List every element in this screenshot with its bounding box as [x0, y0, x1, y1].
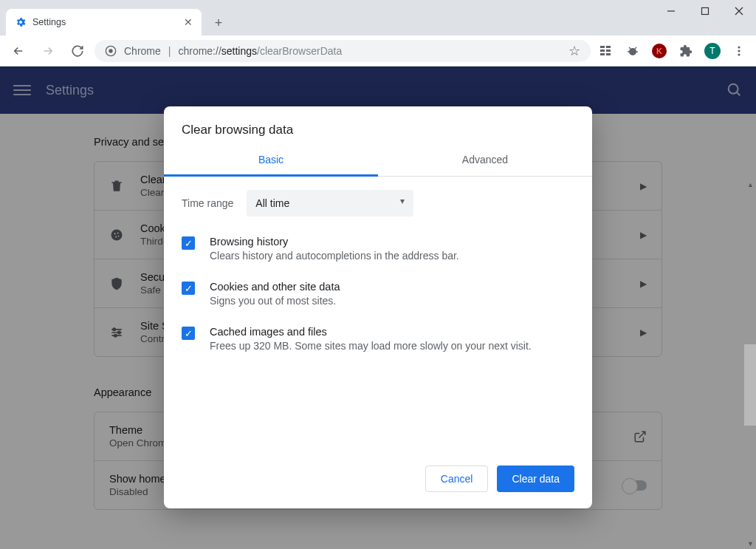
check-browsing-history[interactable]: ✓ Browsing historyClears history and aut…: [182, 236, 574, 262]
svg-rect-9: [606, 50, 611, 52]
window-minimize-button[interactable]: [654, 0, 688, 22]
checkbox-icon[interactable]: ✓: [182, 236, 195, 250]
clear-browsing-data-dialog: Clear browsing data Basic Advanced Time …: [164, 106, 592, 508]
svg-point-19: [738, 53, 740, 55]
omnibox-host: Chrome: [124, 45, 161, 57]
new-tab-button[interactable]: +: [207, 12, 230, 34]
back-button[interactable]: [6, 40, 31, 62]
forward-button[interactable]: [35, 40, 61, 62]
reload-button[interactable]: [65, 40, 90, 62]
scrollbar-up-icon[interactable]: ▲: [747, 181, 754, 188]
svg-line-15: [629, 47, 630, 49]
check-cached[interactable]: ✓ Cached images and filesFrees up 320 MB…: [182, 326, 574, 352]
window-close-button[interactable]: [722, 0, 756, 22]
svg-rect-11: [606, 53, 611, 55]
svg-rect-10: [600, 53, 605, 55]
extensions-puzzle-icon[interactable]: [675, 40, 697, 62]
bookmark-star-icon[interactable]: ☆: [568, 43, 580, 59]
scrollbar-thumb[interactable]: [744, 344, 756, 426]
window-maximize-button[interactable]: [688, 0, 722, 22]
scrollbar-down-icon[interactable]: ▼: [747, 540, 754, 548]
chrome-menu-icon[interactable]: [728, 40, 750, 62]
gear-icon: [15, 16, 27, 28]
svg-rect-1: [702, 8, 709, 15]
address-bar[interactable]: Chrome | chrome://settings/clearBrowserD…: [94, 40, 591, 62]
omnibox-url: chrome://settings/clearBrowserData: [178, 45, 342, 57]
close-tab-icon[interactable]: ✕: [184, 16, 193, 28]
dialog-title: Clear browsing data: [164, 106, 592, 146]
dialog-tabs: Basic Advanced: [164, 146, 592, 177]
svg-rect-7: [606, 46, 611, 48]
time-range-label: Time range: [182, 197, 233, 209]
time-range-select[interactable]: All time: [247, 190, 413, 216]
tab-title: Settings: [32, 17, 178, 27]
svg-rect-6: [600, 46, 605, 48]
checkbox-icon[interactable]: ✓: [182, 327, 195, 340]
profile-avatar[interactable]: T: [701, 40, 724, 62]
browser-tab-settings[interactable]: Settings ✕: [6, 9, 202, 35]
k-extension-icon[interactable]: K: [648, 40, 670, 62]
svg-point-5: [109, 49, 112, 52]
svg-rect-8: [600, 50, 605, 52]
svg-point-17: [738, 46, 740, 48]
browser-toolbar: Chrome | chrome://settings/clearBrowserD…: [0, 35, 756, 67]
cancel-button[interactable]: Cancel: [425, 466, 489, 492]
tab-advanced[interactable]: Advanced: [378, 146, 592, 176]
check-cookies[interactable]: ✓ Cookies and other site dataSigns you o…: [182, 281, 574, 307]
checkbox-icon[interactable]: ✓: [182, 282, 195, 295]
browser-window-chrome: Settings ✕ +: [0, 0, 756, 35]
reading-list-icon[interactable]: [595, 40, 617, 62]
bug-extension-icon[interactable]: [622, 40, 644, 62]
svg-point-18: [738, 50, 740, 52]
svg-line-16: [635, 47, 636, 49]
clear-data-button[interactable]: Clear data: [497, 466, 574, 492]
omnibox-separator: |: [168, 45, 171, 57]
site-info-icon[interactable]: [105, 45, 117, 57]
tab-basic[interactable]: Basic: [164, 146, 378, 177]
